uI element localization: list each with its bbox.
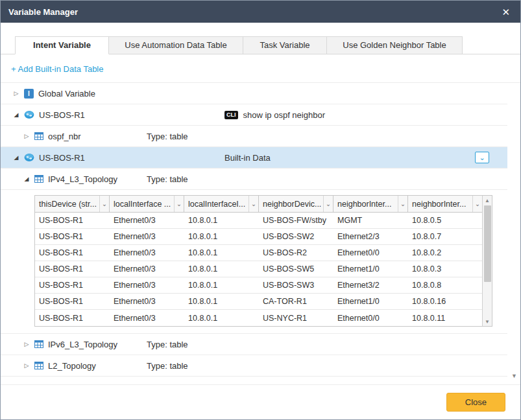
grid-column-header[interactable]: neighborInter...⌄	[408, 196, 482, 212]
column-dropdown-icon[interactable]: ⌄	[323, 196, 333, 212]
node-type-text: Type: table	[147, 361, 188, 371]
table-icon	[34, 361, 43, 370]
content-scroll-down-icon[interactable]: ▼	[511, 373, 517, 379]
table-icon	[34, 340, 43, 349]
tree-row-ospf-nbr[interactable]: ▷ ospf_nbr Type: table	[1, 126, 507, 147]
table-cell: Ethernet0/3	[110, 281, 184, 290]
table-cell: Ethernet0/0	[333, 314, 408, 323]
table-cell: US-BOS-R1	[35, 281, 110, 290]
collapse-caret-icon[interactable]: ◢	[12, 111, 20, 118]
table-cell: 10.8.0.1	[184, 264, 259, 274]
tree-node-label: L2_Topology	[48, 361, 96, 371]
tree-node-label: IPv6_L3_Topology	[48, 340, 117, 349]
column-dropdown-icon[interactable]: ⌄	[99, 196, 109, 212]
column-dropdown-icon[interactable]: ⌄	[472, 196, 482, 212]
column-header-label: localInterface ...	[110, 200, 174, 209]
table-cell: US-NYC-R1	[259, 314, 333, 323]
table-row[interactable]: US-BOS-R1Ethernet0/310.8.0.1US-BOS-FW/st…	[35, 213, 482, 229]
grid-header-row: thisDevice (str...⌄localInterface ...⌄lo…	[35, 196, 482, 213]
table-cell: US-BOS-R1	[35, 264, 110, 274]
row-dropdown[interactable]: ⌄	[475, 152, 489, 163]
expand-caret-icon[interactable]: ▷	[23, 362, 30, 369]
table-cell: 10.8.0.1	[184, 216, 259, 225]
device-icon	[24, 152, 34, 163]
tree-row-ipv6-topology[interactable]: ▷ IPv6_L3_Topology Type: table	[1, 334, 507, 355]
tree-row-device-builtin[interactable]: ◢ US-BOS-R1 Built-in Data ⌄	[1, 147, 507, 169]
table-cell: Ethernet0/0	[333, 248, 408, 257]
table-row[interactable]: US-BOS-R1Ethernet0/310.8.0.1US-BOS-SW2Et…	[35, 229, 482, 245]
device-icon	[24, 110, 34, 120]
tab-intent-variable[interactable]: Intent Variable	[15, 36, 109, 54]
scroll-up-icon[interactable]: ▲	[483, 196, 492, 205]
table-cell: 10.8.0.7	[408, 232, 482, 241]
grid-column-header[interactable]: neighborDevic...⌄	[259, 196, 333, 212]
table-cell: CA-TOR-R1	[259, 297, 333, 306]
grid-column-header[interactable]: neighborInter...⌄	[333, 196, 408, 212]
table-row[interactable]: US-BOS-R1Ethernet0/310.8.0.1US-BOS-R2Eth…	[35, 245, 482, 261]
table-cell: Ethernet3/2	[333, 281, 408, 290]
table-cell: Ethernet0/3	[110, 248, 184, 257]
tree-row-device-cli[interactable]: ◢ US-BOS-R1 CLI show ip ospf neighbor	[1, 104, 507, 126]
table-cell: 10.8.0.1	[184, 314, 259, 323]
column-header-label: neighborInter...	[408, 200, 472, 209]
tab-bar: Intent Variable Use Automation Data Tabl…	[1, 36, 520, 54]
cli-badge-icon: CLI	[224, 111, 238, 119]
column-header-label: localInterfaceI...	[184, 200, 248, 209]
ipv4-table-block: thisDevice (str...⌄localInterface ...⌄lo…	[1, 190, 507, 334]
column-header-label: thisDevice (str...	[35, 200, 99, 209]
grid-main: thisDevice (str...⌄localInterface ...⌄lo…	[35, 196, 482, 326]
collapse-caret-icon[interactable]: ◢	[12, 154, 20, 161]
tree-row-global-variable[interactable]: ▷ I Global Variable	[1, 83, 507, 104]
table-cell: US-BOS-SW5	[259, 264, 333, 274]
table-row[interactable]: US-BOS-R1Ethernet0/310.8.0.1US-BOS-SW5Et…	[35, 261, 482, 277]
node-type-text: Type: table	[147, 132, 188, 141]
dialog-footer: Close	[1, 384, 520, 419]
cli-command-text: show ip ospf neighbor	[243, 110, 325, 120]
tab-use-automation-data-table[interactable]: Use Automation Data Table	[108, 36, 243, 54]
tab-use-golden-neighbor-table[interactable]: Use Golden Neighbor Table	[326, 36, 463, 54]
grid-column-header[interactable]: localInterfaceI...⌄	[184, 196, 259, 212]
node-type-text: Type: table	[147, 174, 188, 184]
variable-manager-dialog: Variable Manager ✕ Intent Variable Use A…	[0, 0, 521, 420]
tab-task-variable[interactable]: Task Variable	[243, 36, 327, 54]
table-cell: Ethernet0/3	[110, 232, 184, 241]
close-button[interactable]: Close	[446, 393, 505, 412]
tree-node-label: ospf_nbr	[48, 132, 81, 141]
expand-caret-icon[interactable]: ▷	[23, 133, 30, 139]
table-row[interactable]: US-BOS-R1Ethernet0/310.8.0.1US-NYC-R1Eth…	[35, 310, 482, 326]
table-cell: US-BOS-R1	[35, 314, 110, 323]
table-cell: 10.8.0.1	[184, 297, 259, 306]
dialog-titlebar: Variable Manager ✕	[1, 1, 520, 23]
scroll-down-icon[interactable]: ▼	[483, 317, 492, 326]
table-row[interactable]: US-BOS-R1Ethernet0/310.8.0.1CA-TOR-R1Eth…	[35, 294, 482, 310]
column-dropdown-icon[interactable]: ⌄	[248, 196, 258, 212]
grid-column-header[interactable]: thisDevice (str...⌄	[35, 196, 110, 212]
expand-caret-icon[interactable]: ▷	[12, 90, 20, 97]
table-cell: 10.8.0.1	[184, 248, 259, 257]
table-cell: MGMT	[333, 216, 408, 225]
table-cell: 10.8.0.3	[408, 264, 482, 274]
table-cell: US-BOS-SW3	[259, 281, 333, 290]
tree-row-ipv4-topology[interactable]: ◢ IPv4_L3_Topology Type: table	[1, 169, 507, 190]
scrollbar-thumb[interactable]	[484, 205, 491, 282]
column-dropdown-icon[interactable]: ⌄	[398, 196, 407, 212]
table-row[interactable]: US-BOS-R1Ethernet0/310.8.0.1US-BOS-SW3Et…	[35, 277, 482, 294]
grid-body: US-BOS-R1Ethernet0/310.8.0.1US-BOS-FW/st…	[35, 213, 482, 326]
table-icon	[34, 174, 43, 183]
collapse-caret-icon[interactable]: ◢	[23, 176, 30, 182]
grid-scrollbar[interactable]: ▲ ▼	[482, 196, 492, 326]
tree-node-label: Global Variable	[38, 89, 95, 99]
table-cell: 10.8.0.1	[184, 232, 259, 241]
table-cell: 10.8.0.11	[408, 314, 482, 323]
close-icon[interactable]: ✕	[499, 6, 513, 18]
table-cell: Ethernet1/0	[333, 264, 408, 274]
table-cell: Ethernet0/3	[110, 297, 184, 306]
grid-column-header[interactable]: localInterface ...⌄	[110, 196, 184, 212]
expand-caret-icon[interactable]: ▷	[23, 341, 30, 347]
column-dropdown-icon[interactable]: ⌄	[174, 196, 184, 212]
table-cell: 10.8.0.16	[408, 297, 482, 306]
table-cell: 10.8.0.2	[408, 248, 482, 257]
tree-row-l2-topology[interactable]: ▷ L2_Topology Type: table	[1, 355, 507, 377]
dialog-content: Intent Variable Use Automation Data Tabl…	[1, 23, 520, 384]
add-builtin-data-table-link[interactable]: + Add Built-in Data Table	[11, 64, 104, 74]
